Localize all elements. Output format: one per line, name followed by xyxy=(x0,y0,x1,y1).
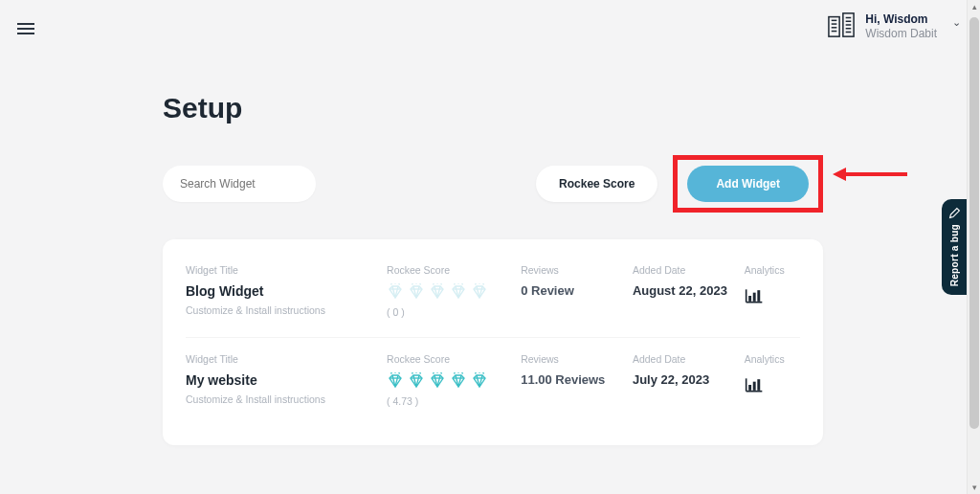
svg-rect-54 xyxy=(752,293,755,302)
scrollbar[interactable]: ▴ ▾ xyxy=(967,0,980,494)
col-label-analytics: Analytics xyxy=(745,264,800,276)
scroll-down-icon[interactable]: ▾ xyxy=(968,481,980,494)
col-label-title: Widget Title xyxy=(186,353,387,365)
svg-rect-100 xyxy=(757,379,760,391)
svg-line-67 xyxy=(413,375,414,378)
add-widget-button[interactable]: Add Widget xyxy=(687,166,809,202)
svg-line-68 xyxy=(418,375,419,378)
svg-line-39 xyxy=(460,286,461,289)
scroll-thumb[interactable] xyxy=(969,17,979,429)
svg-line-79 xyxy=(441,372,442,374)
score-value: ( 0 ) xyxy=(387,306,521,318)
svg-rect-55 xyxy=(757,290,760,302)
reviews-count: 11.00 Reviews xyxy=(521,372,633,387)
svg-rect-99 xyxy=(752,382,755,391)
score-diamonds xyxy=(387,283,521,301)
svg-line-32 xyxy=(434,283,434,285)
svg-line-18 xyxy=(399,283,400,285)
svg-line-92 xyxy=(481,375,482,378)
col-label-reviews: Reviews xyxy=(521,264,633,276)
col-label-added: Added Date xyxy=(633,353,745,365)
widget-title[interactable]: Blog Widget xyxy=(186,283,387,299)
svg-line-71 xyxy=(420,372,421,374)
svg-line-77 xyxy=(434,372,434,374)
svg-line-24 xyxy=(412,283,413,285)
svg-line-60 xyxy=(397,375,398,378)
report-bug-label: Report a bug xyxy=(949,224,960,286)
svg-line-95 xyxy=(483,372,484,374)
svg-line-63 xyxy=(399,372,400,374)
username: Wisdom Dabit xyxy=(865,27,937,41)
svg-line-76 xyxy=(439,375,440,378)
col-label-added: Added Date xyxy=(633,264,745,276)
col-label-score: Rockee Score xyxy=(387,353,521,365)
svg-line-40 xyxy=(455,283,456,285)
score-diamonds xyxy=(387,372,521,390)
greeting: Hi, Wisdom xyxy=(865,12,937,27)
highlight-box: Add Widget xyxy=(673,155,823,213)
score-value: ( 4.73 ) xyxy=(387,395,521,407)
added-date: August 22, 2023 xyxy=(633,283,745,298)
col-label-reviews: Reviews xyxy=(521,353,633,365)
svg-line-59 xyxy=(392,375,393,378)
svg-line-85 xyxy=(455,372,456,374)
added-date: July 22, 2023 xyxy=(633,372,745,387)
widget-row: Widget Title Blog Widget Customize & Ins… xyxy=(186,249,800,337)
pencil-icon xyxy=(948,207,961,219)
col-label-analytics: Analytics xyxy=(745,353,800,365)
analytics-button[interactable] xyxy=(745,372,800,397)
scroll-up-icon[interactable]: ▴ xyxy=(968,0,980,13)
widget-customize-link[interactable]: Customize & Install instructions xyxy=(186,393,387,405)
menu-toggle[interactable] xyxy=(17,23,34,36)
svg-line-47 xyxy=(481,286,482,289)
svg-line-14 xyxy=(392,286,393,289)
svg-line-30 xyxy=(434,286,435,289)
svg-line-22 xyxy=(413,286,414,289)
col-label-title: Widget Title xyxy=(186,264,387,276)
svg-rect-53 xyxy=(748,296,751,302)
bar-chart-icon xyxy=(745,287,764,304)
page-title: Setup xyxy=(163,92,823,124)
col-label-score: Rockee Score xyxy=(387,264,521,276)
svg-line-61 xyxy=(391,372,392,374)
user-menu[interactable]: Hi, Wisdom Wisdom Dabit ⌄ xyxy=(827,11,961,42)
svg-line-69 xyxy=(412,372,413,374)
widgets-card: Widget Title Blog Widget Customize & Ins… xyxy=(163,239,823,445)
bar-chart-icon xyxy=(745,376,764,393)
svg-line-16 xyxy=(391,283,392,285)
svg-line-91 xyxy=(477,375,478,378)
user-text: Hi, Wisdom Wisdom Dabit xyxy=(865,12,937,41)
svg-marker-102 xyxy=(833,168,846,181)
report-bug-tab[interactable]: Report a bug xyxy=(942,199,967,295)
annotation-arrow xyxy=(833,163,909,186)
svg-line-93 xyxy=(476,372,477,374)
svg-line-15 xyxy=(397,286,398,289)
svg-line-84 xyxy=(460,375,461,378)
svg-line-31 xyxy=(439,286,440,289)
svg-line-38 xyxy=(456,286,457,289)
svg-line-23 xyxy=(418,286,419,289)
analytics-button[interactable] xyxy=(745,283,800,308)
svg-rect-98 xyxy=(748,385,751,391)
rockee-score-button[interactable]: Rockee Score xyxy=(536,166,657,202)
search-input[interactable] xyxy=(163,166,316,202)
widget-title[interactable]: My website xyxy=(186,372,387,388)
svg-line-42 xyxy=(462,283,463,285)
svg-line-87 xyxy=(462,372,463,374)
chevron-down-icon: ⌄ xyxy=(952,16,961,29)
building-icon xyxy=(827,11,856,42)
svg-line-34 xyxy=(441,283,442,285)
widget-customize-link[interactable]: Customize & Install instructions xyxy=(186,304,387,316)
svg-line-46 xyxy=(477,286,478,289)
svg-line-50 xyxy=(483,283,484,285)
svg-line-48 xyxy=(476,283,477,285)
svg-line-26 xyxy=(420,283,421,285)
svg-line-83 xyxy=(456,375,457,378)
widget-row: Widget Title My website Customize & Inst… xyxy=(186,337,800,426)
svg-line-75 xyxy=(434,375,435,378)
reviews-count: 0 Review xyxy=(521,283,633,298)
